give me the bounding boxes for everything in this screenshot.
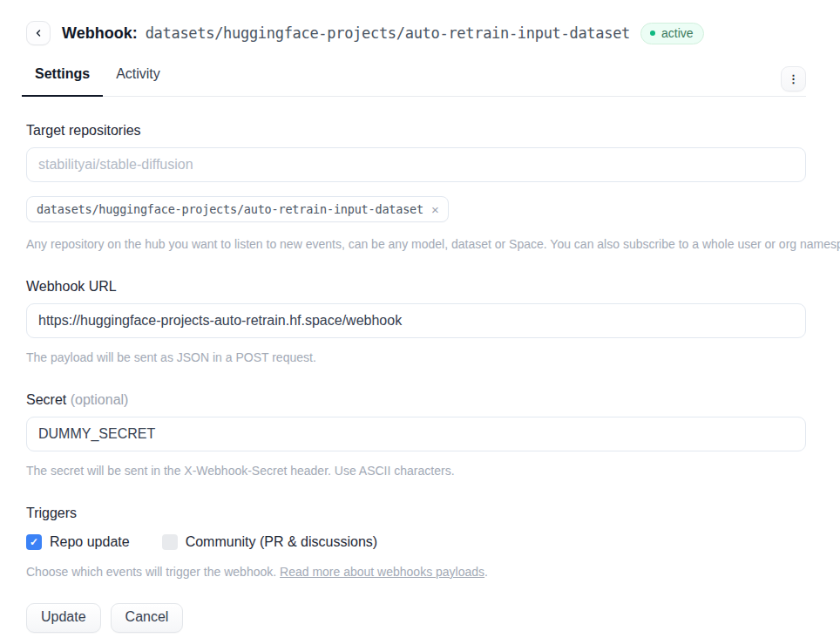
tabs: Settings Activity (22, 64, 806, 96)
triggers-label: Triggers (26, 504, 806, 523)
target-repositories-section: Target repositories datasets/huggingface… (26, 121, 806, 253)
repo-chip: datasets/huggingface-projects/auto-retra… (26, 196, 449, 222)
checkbox-repo-update-icon[interactable]: ✓ (26, 534, 42, 550)
secret-section: Secret (optional) The secret will be sen… (26, 390, 806, 479)
status-dot-icon (650, 31, 655, 36)
trigger-community[interactable]: ✓ Community (PR & discussions) (162, 534, 378, 550)
cancel-button[interactable]: Cancel (111, 603, 184, 633)
tab-activity[interactable]: Activity (103, 64, 173, 96)
kebab-menu-icon: ⋮ (788, 73, 799, 85)
page-title: Webhook: (62, 24, 138, 43)
trigger-repo-update[interactable]: ✓ Repo update (26, 534, 130, 550)
target-repositories-input[interactable] (26, 147, 806, 182)
triggers-section: Triggers ✓ Repo update ✓ Community (PR &… (26, 504, 806, 580)
webhook-repo-path: datasets/huggingface-projects/auto-retra… (146, 24, 630, 42)
tab-bar: Settings Activity ⋮ (26, 64, 806, 97)
secret-input[interactable] (26, 417, 806, 451)
target-repositories-label: Target repositories (26, 121, 806, 140)
webhook-url-help: The payload will be sent as JSON in a PO… (26, 349, 806, 366)
triggers-options: ✓ Repo update ✓ Community (PR & discussi… (26, 534, 806, 550)
selected-repos-row: datasets/huggingface-projects/auto-retra… (26, 196, 806, 222)
close-icon: × (431, 202, 439, 217)
webhook-settings-page: Webhook: datasets/huggingface-projects/a… (0, 0, 840, 633)
page-header: Webhook: datasets/huggingface-projects/a… (26, 21, 806, 45)
trigger-repo-update-label: Repo update (50, 534, 130, 550)
back-button[interactable] (26, 21, 51, 45)
triggers-help: Choose which events will trigger the web… (26, 563, 806, 580)
trigger-community-label: Community (PR & discussions) (186, 534, 378, 550)
overflow-menu-button[interactable]: ⋮ (781, 66, 806, 92)
secret-label-text: Secret (26, 392, 66, 407)
form-actions: Update Cancel (26, 603, 806, 633)
webhooks-payloads-link[interactable]: Read more about webhooks payloads (280, 565, 484, 579)
chevron-left-icon (33, 28, 44, 38)
target-repositories-help: Any repository on the hub you want to li… (26, 235, 806, 253)
webhook-url-label: Webhook URL (26, 277, 806, 296)
secret-optional-text: (optional) (71, 392, 129, 407)
secret-label: Secret (optional) (26, 390, 806, 410)
triggers-help-prefix: Choose which events will trigger the web… (26, 565, 280, 579)
status-badge: active (640, 23, 704, 44)
checkbox-community-icon[interactable]: ✓ (162, 534, 178, 550)
secret-help: The secret will be sent in the X-Webhook… (26, 462, 806, 479)
webhook-url-section: Webhook URL The payload will be sent as … (26, 277, 806, 366)
triggers-help-suffix: . (484, 565, 488, 579)
status-badge-label: active (661, 26, 694, 40)
webhook-url-input[interactable] (26, 303, 806, 338)
repo-chip-label: datasets/huggingface-projects/auto-retra… (37, 202, 423, 216)
repo-chip-remove-button[interactable]: × (431, 203, 439, 216)
update-button[interactable]: Update (26, 603, 101, 633)
tab-settings[interactable]: Settings (22, 64, 103, 96)
